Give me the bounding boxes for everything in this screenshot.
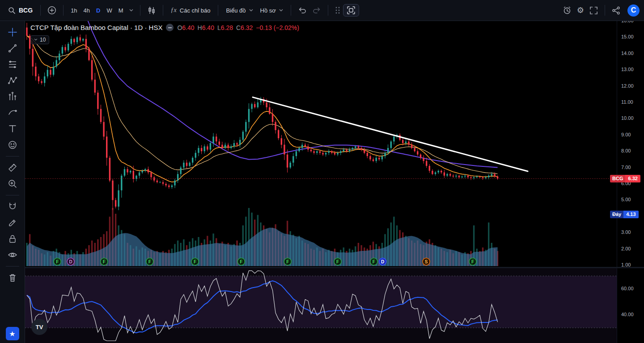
rsi-chart-canvas[interactable]	[25, 268, 617, 343]
timeframe-1d[interactable]: D	[93, 4, 103, 17]
hide-drawings-tool[interactable]	[4, 247, 21, 263]
toolbar-separator	[163, 5, 163, 16]
candlestick-style-icon	[147, 6, 156, 15]
text-tool[interactable]	[4, 121, 21, 136]
svg-text:D: D	[381, 259, 384, 264]
rsi-pane: TV 60.0040.00	[25, 268, 644, 343]
brush-tool[interactable]	[4, 105, 21, 120]
last-price-value: 6.32	[625, 175, 640, 182]
timeframe-1m[interactable]: M	[115, 4, 127, 17]
search-icon	[8, 7, 16, 14]
timeframe-4h[interactable]: 4h	[80, 4, 93, 17]
price-axis-tick: 9.00	[621, 132, 631, 137]
trendline-tool[interactable]	[4, 41, 21, 56]
pane-resize-divider[interactable]	[25, 267, 644, 268]
settings-button[interactable]: ⚙	[574, 4, 587, 17]
star-icon: ★	[9, 330, 15, 338]
price-chart-canvas[interactable]: FDFFFFFFFDSF	[25, 21, 617, 267]
price-axis-tick: 8.00	[621, 148, 631, 153]
trendline-icon	[8, 43, 17, 53]
fullscreen-button[interactable]	[587, 4, 601, 17]
crosshair-tool[interactable]	[4, 25, 21, 40]
trading-app: { "toolbar": { "symbol": "BCG", "timefra…	[0, 0, 644, 343]
compare-add-button[interactable]	[45, 3, 59, 17]
open-label: O	[177, 24, 182, 31]
trash-icon	[8, 273, 17, 283]
lock-tool[interactable]	[4, 231, 21, 246]
alert-button[interactable]	[560, 3, 574, 17]
ma-legend-value: 10	[40, 37, 46, 43]
price-axis[interactable]: BCG 6.32 Đáy 4.13 16.0015.0014.0013.0012…	[617, 21, 644, 267]
indicators-button[interactable]: ƒx Các chỉ báo	[167, 4, 214, 17]
low-value: 6.28	[221, 24, 233, 31]
price-axis-tick: 13.00	[621, 67, 634, 72]
magnet-tool[interactable]	[4, 199, 21, 214]
timeframe-1w[interactable]: W	[103, 4, 115, 17]
ohlc-values: O6.40 H6.40 L6.28 C6.32 −0.13 (−2.02%)	[177, 24, 299, 31]
layout-select-button[interactable]	[343, 4, 359, 17]
svg-text:F: F	[194, 259, 196, 264]
rsi-axis-tick: 60.00	[621, 286, 634, 291]
rsi-axis-tick: 40.00	[621, 312, 634, 317]
price-axis-tick: 11.00	[621, 99, 633, 105]
close-label: C	[236, 24, 241, 31]
sidebar-separator	[6, 156, 19, 157]
undo-icon	[298, 6, 307, 14]
price-axis-tick: 2.00	[621, 246, 631, 251]
fib-retracement-tool[interactable]	[4, 57, 21, 72]
change-value: −0.13 (−2.02%)	[256, 24, 299, 31]
undo-button[interactable]	[295, 4, 309, 17]
chart-area: FDFFFFFFFDSF CTCP Tập đoàn Bamboo Capita…	[25, 21, 644, 343]
chart-style-button[interactable]	[144, 3, 159, 17]
toolbar-separator	[140, 5, 140, 16]
svg-text:F: F	[373, 259, 375, 264]
xabcd-pattern-tool[interactable]	[4, 73, 21, 88]
day-low-tag: Đáy	[610, 211, 623, 218]
ma-legend-pill[interactable]: 10	[30, 35, 49, 44]
svg-text:F: F	[56, 259, 59, 264]
timeframe-expand-button[interactable]	[127, 6, 136, 14]
forecast-tool[interactable]	[4, 89, 21, 104]
gear-icon: ⚙	[577, 6, 584, 14]
last-price-tag: BCG	[610, 175, 625, 182]
svg-text:F: F	[103, 259, 106, 264]
lock-icon	[8, 234, 17, 244]
legend-title[interactable]: CTCP Tập đoàn Bamboo Capital · 1D · HSX	[30, 24, 162, 31]
ruler-icon	[8, 163, 17, 173]
svg-text:F: F	[240, 259, 242, 264]
share-button[interactable]	[609, 4, 623, 17]
price-axis-tick: 1.00	[621, 262, 631, 267]
zoom-in-icon	[8, 179, 17, 189]
favorites-star-button[interactable]: ★	[6, 327, 19, 340]
legend-collapse-icon[interactable]	[166, 24, 174, 31]
drawing-edit-tool[interactable]	[4, 215, 21, 230]
day-low-value: 4.13	[623, 211, 638, 218]
price-axis-tick: 7.00	[621, 165, 631, 170]
day-low-marker: Đáy 4.13	[610, 211, 639, 218]
broker-logo[interactable]: C	[627, 4, 640, 17]
toolbar-separator	[63, 5, 64, 16]
open-value: 6.40	[182, 24, 194, 31]
rsi-axis[interactable]: 60.0040.00	[617, 268, 644, 343]
svg-text:S: S	[425, 259, 428, 264]
emoji-tool[interactable]	[4, 137, 21, 152]
toolbar-separator	[328, 5, 328, 16]
zoom-in-tool[interactable]	[4, 176, 21, 191]
timeframe-1h[interactable]: 1h	[68, 4, 80, 17]
smiley-icon	[8, 140, 17, 150]
magnet-icon	[8, 202, 17, 212]
tradingview-logo[interactable]: TV	[31, 319, 47, 335]
indicators-label: Các chỉ báo	[180, 7, 211, 14]
layout-single-icon	[347, 6, 356, 15]
delete-drawings-tool[interactable]	[4, 270, 21, 285]
high-value: 6.40	[202, 24, 214, 31]
redo-button[interactable]	[309, 4, 324, 17]
drag-handle-icon[interactable]	[332, 4, 343, 17]
measure-tool[interactable]	[4, 160, 21, 175]
symbol-search-button[interactable]: BCG	[4, 4, 36, 17]
svg-text:F: F	[286, 259, 289, 264]
chart-menu-button[interactable]: Biểu đồ	[222, 4, 256, 17]
chart-menu-label: Biểu đồ	[226, 7, 246, 14]
profile-menu-button[interactable]: Hồ sơ	[257, 4, 287, 17]
price-pane: FDFFFFFFFDSF CTCP Tập đoàn Bamboo Capita…	[25, 21, 644, 267]
